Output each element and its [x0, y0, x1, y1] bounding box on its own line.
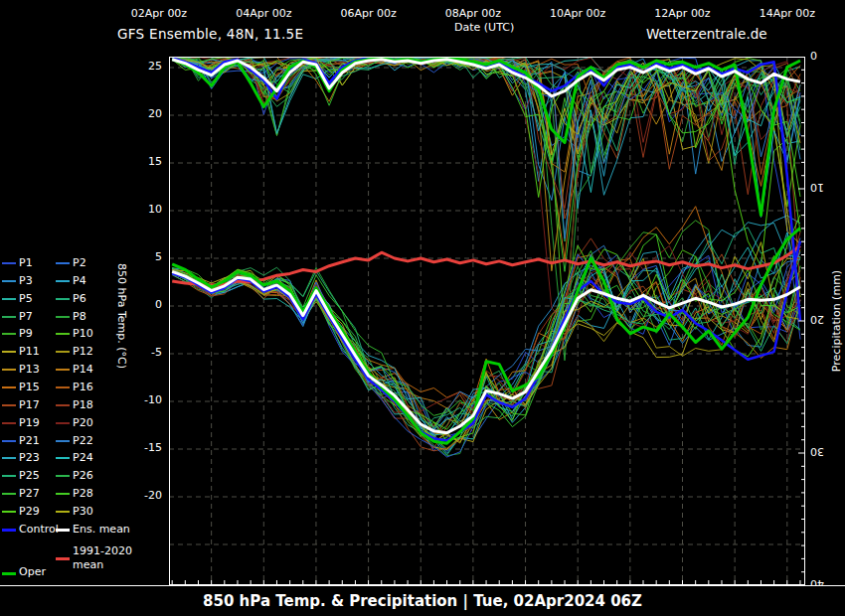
legend-color-dash	[2, 386, 16, 388]
site-name: Wetterzentrale.de	[646, 26, 767, 42]
legend-member-p4: P4	[73, 274, 86, 287]
legend-color-dash	[56, 529, 70, 532]
page-title: GFS Ensemble, 48N, 11.5E	[117, 26, 303, 42]
legend-color-dash	[56, 457, 70, 459]
member-temp-line	[172, 238, 800, 452]
legend-color-dash	[56, 557, 70, 560]
legend-color-dash	[56, 511, 70, 513]
legend-color-dash	[2, 422, 16, 424]
temp-tick-label: 20	[107, 107, 162, 120]
legend-color-dash	[2, 333, 16, 335]
temp-tick-label: 15	[107, 155, 162, 168]
legend-color-dash	[56, 298, 70, 300]
date-tick-label: 02Apr 00z	[131, 7, 187, 20]
legend-member-p18: P18	[73, 398, 93, 411]
legend-member-p17: P17	[19, 398, 40, 411]
member-temp-line	[172, 242, 800, 443]
legend-member-p10: P10	[73, 327, 93, 340]
legend-member-p2: P2	[73, 256, 86, 269]
legend-member-p22: P22	[73, 434, 93, 447]
legend-color-dash	[56, 422, 70, 424]
legend-member-p23: P23	[19, 451, 40, 464]
gfs-ensemble-meteogram: GFS Ensemble, 48N, 11.5E Wetterzentrale.…	[0, 0, 845, 616]
legend-member-p16: P16	[73, 381, 93, 393]
temp-tick-label: 5	[107, 250, 162, 263]
temp-tick-label: -10	[107, 393, 162, 406]
temp-tick-label: 0	[107, 298, 162, 311]
legend-color-dash	[56, 386, 70, 388]
legend-member-p12: P12	[73, 345, 93, 358]
legend-member-p20: P20	[73, 416, 93, 429]
temp-tick-label: 10	[107, 203, 162, 216]
legend-member-p1: P1	[19, 256, 33, 269]
temp-tick-label: -20	[107, 489, 162, 502]
date-tick-label: 14Apr 00z	[760, 7, 815, 20]
date-tick-label: 12Apr 00z	[654, 7, 710, 20]
legend-member-p29: P29	[19, 505, 40, 518]
legend-member-p8: P8	[73, 310, 86, 323]
legend-member-p30: P30	[73, 505, 93, 518]
legend-member-p15: P15	[19, 381, 40, 393]
legend-control: Control	[19, 523, 59, 536]
legend-member-p13: P13	[19, 363, 40, 376]
legend-color-dash	[56, 316, 70, 318]
legend-color-dash	[56, 493, 70, 495]
temp-tick-label: 25	[107, 60, 162, 73]
legend-member-p27: P27	[19, 487, 40, 500]
legend-color-dash	[56, 333, 70, 335]
legend-member-p6: P6	[73, 292, 86, 305]
member-precip-line	[172, 58, 800, 260]
legend-color-dash	[2, 404, 16, 406]
legend-member-p21: P21	[19, 434, 40, 447]
legend-member-p9: P9	[19, 327, 33, 340]
legend-member-p28: P28	[73, 487, 93, 500]
date-tick-label: 10Apr 00z	[550, 7, 605, 20]
member-temp-line	[172, 223, 800, 430]
legend-member-p5: P5	[19, 292, 33, 305]
legend-color-dash	[2, 280, 16, 282]
legend-color-dash	[2, 351, 16, 353]
legend-climate-mean: mean	[73, 558, 103, 571]
top-axis-label: Date (UTC)	[454, 21, 514, 34]
footer-title: 850 hPa Temp. & Precipitation | Tue, 02A…	[203, 592, 642, 610]
legend-color-dash	[2, 262, 16, 264]
legend-color-dash	[56, 475, 70, 477]
temp-tick-label: -5	[107, 346, 162, 359]
date-tick-label: 08Apr 00z	[445, 7, 501, 20]
legend-member-p26: P26	[73, 469, 93, 482]
legend-member-p7: P7	[19, 310, 33, 323]
date-tick-label: 04Apr 00z	[236, 7, 291, 20]
legend-member-p25: P25	[19, 469, 40, 482]
temp-tick-label: -15	[107, 441, 162, 454]
legend-member-p14: P14	[73, 363, 93, 376]
legend-color-dash	[2, 298, 16, 300]
legend-color-dash	[56, 440, 70, 442]
footer-bar: 850 hPa Temp. & Precipitation | Tue, 02A…	[0, 586, 845, 616]
member-temp-line	[172, 245, 800, 436]
precip-tick-label: 20	[810, 313, 824, 326]
ensemble-chart-svg	[169, 57, 805, 585]
legend-color-dash	[2, 475, 16, 477]
right-axis-title: Precipitation (mm)	[830, 270, 843, 372]
legend-member-p24: P24	[73, 451, 93, 464]
legend-color-dash	[2, 457, 16, 459]
legend-color-dash	[2, 316, 16, 318]
precip-tick-label: 30	[810, 445, 824, 458]
legend-color-dash	[2, 511, 16, 513]
legend-oper: Oper	[19, 565, 46, 578]
legend-color-dash	[56, 351, 70, 353]
meteogram-plot	[169, 57, 805, 585]
legend-color-dash	[2, 369, 16, 371]
precip-tick-label: 0	[810, 49, 817, 62]
legend-climate-mean: 1991-2020	[73, 544, 132, 557]
legend-color-dash	[56, 404, 70, 406]
legend-ens-mean: Ens. mean	[73, 523, 130, 536]
legend-member-p11: P11	[19, 345, 40, 358]
legend-color-dash	[56, 280, 70, 282]
legend-color-dash	[2, 572, 16, 575]
legend-color-dash	[56, 262, 70, 264]
legend-member-p3: P3	[19, 274, 33, 287]
legend-color-dash	[56, 369, 70, 371]
legend-color-dash	[2, 529, 16, 532]
precip-tick-label: 10	[810, 181, 824, 194]
